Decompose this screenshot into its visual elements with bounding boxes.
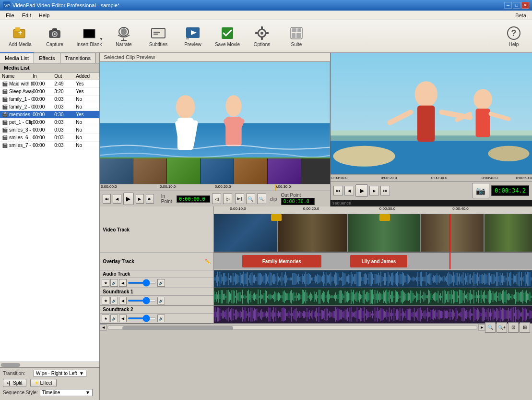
list-item[interactable]: 🎬 smiles_3 - Cli... 00:00 0:03 No [0,126,99,134]
st1-back-btn[interactable]: ◀ [119,297,127,304]
svg-text:+: + [18,29,22,36]
scroll-track[interactable] [107,325,477,330]
seq-play-button[interactable]: ▶ [355,184,368,197]
tl-ruler-30: 0:00:30.0 [379,206,395,211]
st2-mute-btn[interactable]: 🔊 [110,315,118,322]
clip-next-frame-button[interactable]: ⏭ [146,194,154,204]
list-item[interactable]: 🎬 smiles_7 - Cli... 00:00 0:03 No [0,142,99,149]
zoom-expand-button[interactable]: ⊞ [520,322,530,333]
clip-next-button[interactable]: ▶ [136,194,144,204]
svg-rect-38 [100,123,330,158]
timeline-clip-1[interactable] [214,214,278,252]
capture-button[interactable]: Capture [38,23,71,50]
options-button[interactable]: Options [246,23,278,50]
st1-mute-btn[interactable]: 🔊 [110,297,118,304]
split-button[interactable]: Split [3,379,26,387]
overlay-edit-button[interactable]: ✏️ [204,258,212,266]
transition-1[interactable] [271,214,282,221]
preview-button[interactable]: Preview [177,23,209,50]
zoom-in-button[interactable]: 🔍 [257,194,266,204]
screenshot-button[interactable]: 📷 [472,183,489,198]
timeline-clip-5[interactable] [485,214,532,252]
save-movie-button[interactable]: Save Movie [211,23,244,50]
st1-star-btn[interactable]: ★ [102,297,109,304]
overlay-clip-2[interactable]: Lily and James [350,255,407,267]
scrollbar-thumb[interactable] [1,363,20,367]
tl-ruler-40: 0:00:40.0 [452,206,468,211]
audio-volume-1[interactable] [128,282,156,284]
waveform-svg-2 [214,288,532,305]
narrate-button[interactable]: Narrate [107,23,140,50]
subtitles-button[interactable]: Subtitles [142,23,175,50]
svg-rect-30 [297,28,301,32]
zoom-controls: 🔍 🔍+ ⊡ ⊞ [485,322,530,333]
transition-dropdown[interactable]: Wipe - Right to Left ▼ [34,370,86,377]
seq-ruler-0: 0:00:10.0 [331,176,347,180]
overlay-track-label: Overlay Track ✏️ [100,253,214,270]
list-item[interactable]: 🎬 memories - Cl... 00:00 0:30 Yes [0,111,99,119]
seq-next-frame-button[interactable]: ⏭ [380,186,390,195]
seq-next-button[interactable]: ▶ [369,186,379,195]
list-item[interactable]: 🎬 pet_1 - Clip 1 00:00 0:03 No [0,119,99,126]
insert-blank-button[interactable]: Insert Blank ▼ [73,23,106,50]
go-out-button[interactable] [235,194,244,204]
svg-rect-20 [186,38,189,39]
in-point-value[interactable]: 0:00:00.0 [177,195,210,203]
go-in-button[interactable]: ▷ [223,194,232,204]
svg-point-57 [473,89,492,109]
tab-effects[interactable]: Effects [34,53,60,63]
scroll-right-button[interactable]: ▶ [478,324,485,331]
maximize-button[interactable]: □ [513,2,520,9]
suite-button[interactable]: Suite [280,23,313,50]
ruler-30: 0:00:30.0 [275,184,291,189]
list-item[interactable]: 🎬 Sleep Away -... 00:00 3:20 Yes [0,88,99,96]
timeline-clip-4[interactable] [421,214,485,252]
overlay-clip-1[interactable]: Family Memories [242,255,321,267]
seq-prev-button[interactable]: ◀ [344,186,354,195]
effect-button[interactable]: ★ Effect [30,379,56,387]
list-item[interactable]: 🎬 family_1 - Cli... 00:00 0:03 No [0,96,99,103]
st2-back-btn[interactable]: ◀ [119,315,127,322]
audio-mute-btn[interactable]: 🔊 [110,279,118,287]
close-button[interactable]: ✕ [521,2,529,9]
clip-prev-button[interactable]: ◀ [113,194,121,204]
menu-edit[interactable]: Edit [18,12,35,19]
clip-prev-frame-button[interactable]: ⏮ [103,194,111,204]
minimize-button[interactable]: ─ [504,2,512,9]
tab-transitions[interactable]: Transitions [60,53,96,63]
tab-media-list[interactable]: Media List [0,52,34,63]
clip-play-button[interactable]: ▶ [123,193,134,205]
seq-prev-frame-button[interactable]: ⏮ [333,186,343,195]
list-item[interactable]: 🎬 smiles_6 - Cli... 00:00 0:03 No [0,134,99,142]
audio-solo-btn[interactable]: ◀ [119,279,127,287]
preview-row: Selected Clip Preview [100,53,532,206]
st2-star-btn[interactable]: ★ [102,315,109,322]
out-point-value[interactable]: 0:00:30.0 [281,198,315,205]
scroll-thumb[interactable] [122,326,233,330]
audio-star-btn[interactable]: ★ [102,279,109,287]
sequence-style-dropdown[interactable]: Timeline ▼ [40,389,93,396]
zoom-in-timeline-button[interactable]: 🔍+ [497,322,507,333]
list-item[interactable]: 🎬 family_2 - Cli... 00:00 0:03 No [0,103,99,111]
st1-vol-icon: 🔊 [157,297,165,304]
menu-file[interactable]: File [2,12,18,19]
help-button[interactable]: ? Help [499,23,528,50]
add-media-button[interactable]: + Add Media [4,23,36,50]
timeline-clip-2[interactable] [278,214,348,252]
svg-rect-25 [261,37,263,40]
scroll-left-button[interactable]: ◀ [100,324,106,331]
zoom-fit-button[interactable]: ⊡ [508,322,519,333]
zoom-out-button[interactable]: 🔍 [246,194,255,204]
list-scrollbar[interactable] [0,362,99,367]
menu-help[interactable]: Help [35,12,54,19]
list-item[interactable]: 🎬 Maid with the... 00:00 2:49 Yes [0,80,99,88]
set-in-button[interactable]: ◁ [212,194,221,204]
zoom-out-timeline-button[interactable]: 🔍 [485,322,496,333]
svg-point-23 [260,32,263,35]
transition-2[interactable] [379,214,390,221]
in-point-label: In Point [161,194,175,204]
svg-text:VP: VP [4,3,10,8]
st2-volume[interactable] [128,317,156,319]
video-controls-panel: Transition: Wipe - Right to Left ▼ Split… [0,367,99,400]
st1-volume[interactable] [128,300,156,302]
